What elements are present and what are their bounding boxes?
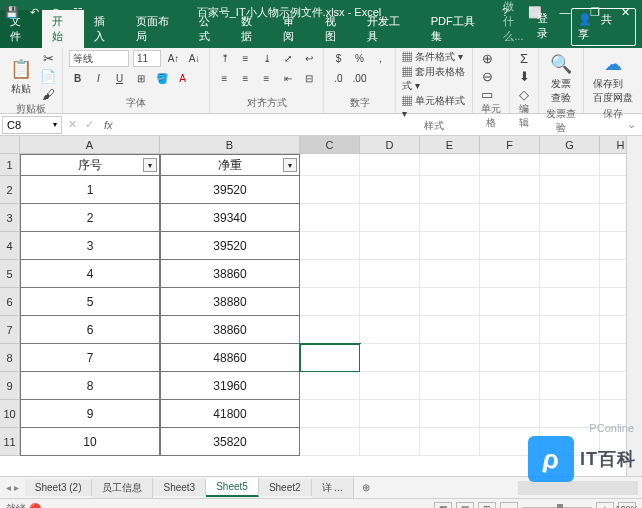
cell-H6[interactable] <box>600 288 626 316</box>
align-left-icon[interactable]: ≡ <box>216 70 233 87</box>
wrap-text-icon[interactable]: ↩ <box>300 50 317 67</box>
cell-A9[interactable]: 8 <box>20 372 160 400</box>
percent-icon[interactable]: % <box>351 50 368 67</box>
merge-button[interactable]: ⊟ <box>300 70 317 87</box>
cell-G8[interactable] <box>540 344 600 372</box>
format-cell-icon[interactable]: ▭ <box>479 86 495 102</box>
cell-H9[interactable] <box>600 372 626 400</box>
paste-button[interactable]: 📋粘贴 <box>6 55 36 98</box>
cell-D11[interactable] <box>360 428 420 456</box>
cell-A8[interactable]: 7 <box>20 344 160 372</box>
macro-record-icon[interactable]: 🔴 <box>29 503 41 509</box>
conditional-format-button[interactable]: ▦ 条件格式 ▾ <box>402 50 466 64</box>
comma-icon[interactable]: , <box>372 50 389 67</box>
customize-icon[interactable]: ☷ <box>70 4 86 20</box>
delete-cell-icon[interactable]: ⊖ <box>479 68 495 84</box>
align-center-icon[interactable]: ≡ <box>237 70 254 87</box>
cell-E9[interactable] <box>420 372 480 400</box>
font-size-combo[interactable]: 11 <box>133 50 161 67</box>
cell-C2[interactable] <box>300 176 360 204</box>
cell-B5[interactable]: 38860 <box>160 260 300 288</box>
cell-F9[interactable] <box>480 372 540 400</box>
align-top-icon[interactable]: ⤒ <box>216 50 233 67</box>
cell-E8[interactable] <box>420 344 480 372</box>
cell-C1[interactable] <box>300 154 360 176</box>
row-header-11[interactable]: 11 <box>0 428 20 456</box>
undo-icon[interactable]: ↶ <box>26 4 42 20</box>
cell-D9[interactable] <box>360 372 420 400</box>
cell-H4[interactable] <box>600 232 626 260</box>
cell-G5[interactable] <box>540 260 600 288</box>
zoom-control[interactable]: − + 100% <box>500 502 636 509</box>
cell-C8[interactable] <box>300 344 360 372</box>
cell-F10[interactable] <box>480 400 540 428</box>
fill-icon[interactable]: ⬇ <box>516 68 532 84</box>
sheet-tab-3[interactable]: Sheet3 <box>153 479 206 496</box>
cell-C7[interactable] <box>300 316 360 344</box>
cell-E5[interactable] <box>420 260 480 288</box>
select-all[interactable] <box>0 136 20 154</box>
format-table-button[interactable]: ▦ 套用表格格式 ▾ <box>402 65 466 93</box>
cell-G1[interactable] <box>540 154 600 176</box>
row-header-4[interactable]: 4 <box>0 232 20 260</box>
copy-icon[interactable]: 📄 <box>40 68 56 84</box>
sheet-tab-more[interactable]: 详 ... <box>312 478 354 498</box>
col-header-D[interactable]: D <box>360 136 420 154</box>
cut-icon[interactable]: ✂ <box>40 50 56 66</box>
cell-G4[interactable] <box>540 232 600 260</box>
dec-decimal-icon[interactable]: .00 <box>351 70 368 87</box>
row-header-3[interactable]: 3 <box>0 204 20 232</box>
insert-cell-icon[interactable]: ⊕ <box>479 50 495 66</box>
row-header-5[interactable]: 5 <box>0 260 20 288</box>
cell-B2[interactable]: 39520 <box>160 176 300 204</box>
cell-F1[interactable] <box>480 154 540 176</box>
name-box[interactable]: C8▾ <box>2 116 62 134</box>
cell-B3[interactable]: 39340 <box>160 204 300 232</box>
sheet-tab-2[interactable]: 员工信息 <box>92 478 153 498</box>
sheet-tab-4[interactable]: Sheet5 <box>206 478 259 497</box>
format-painter-icon[interactable]: 🖌 <box>40 86 56 102</box>
cell-D6[interactable] <box>360 288 420 316</box>
font-color-button[interactable]: A <box>174 70 191 87</box>
cell-E10[interactable] <box>420 400 480 428</box>
save-icon[interactable]: 💾 <box>4 4 20 20</box>
cell-G3[interactable] <box>540 204 600 232</box>
row-header-6[interactable]: 6 <box>0 288 20 316</box>
baidu-save-button[interactable]: ☁保存到 百度网盘 <box>590 50 636 107</box>
cell-F2[interactable] <box>480 176 540 204</box>
zoom-level[interactable]: 100% <box>618 502 636 509</box>
cell-B8[interactable]: 48860 <box>160 344 300 372</box>
cell-A6[interactable]: 5 <box>20 288 160 316</box>
underline-button[interactable]: U <box>111 70 128 87</box>
login-link[interactable]: 登录 <box>531 8 565 46</box>
cell-A3[interactable]: 2 <box>20 204 160 232</box>
cell-H1[interactable] <box>600 154 626 176</box>
cell-G7[interactable] <box>540 316 600 344</box>
cell-D7[interactable] <box>360 316 420 344</box>
cell-A10[interactable]: 9 <box>20 400 160 428</box>
cell-E3[interactable] <box>420 204 480 232</box>
fill-color-button[interactable]: 🪣 <box>153 70 170 87</box>
cell-B6[interactable]: 38880 <box>160 288 300 316</box>
cell-C3[interactable] <box>300 204 360 232</box>
col-header-C[interactable]: C <box>300 136 360 154</box>
cell-E6[interactable] <box>420 288 480 316</box>
col-header-B[interactable]: B <box>160 136 300 154</box>
row-header-1[interactable]: 1 <box>0 154 20 176</box>
cell-D5[interactable] <box>360 260 420 288</box>
border-button[interactable]: ⊞ <box>132 70 149 87</box>
cell-H5[interactable] <box>600 260 626 288</box>
redo-icon[interactable]: ↷ <box>48 4 64 20</box>
italic-button[interactable]: I <box>90 70 107 87</box>
cell-H2[interactable] <box>600 176 626 204</box>
zoom-in-icon[interactable]: + <box>596 502 614 509</box>
align-right-icon[interactable]: ≡ <box>258 70 275 87</box>
filter-dropdown-b[interactable]: ▾ <box>283 158 297 172</box>
bold-button[interactable]: B <box>69 70 86 87</box>
cell-F6[interactable] <box>480 288 540 316</box>
align-bottom-icon[interactable]: ⤓ <box>258 50 275 67</box>
grow-font-icon[interactable]: A↑ <box>165 50 182 67</box>
cell-F8[interactable] <box>480 344 540 372</box>
sheet-tab-5[interactable]: Sheet2 <box>259 479 312 496</box>
cell-D10[interactable] <box>360 400 420 428</box>
